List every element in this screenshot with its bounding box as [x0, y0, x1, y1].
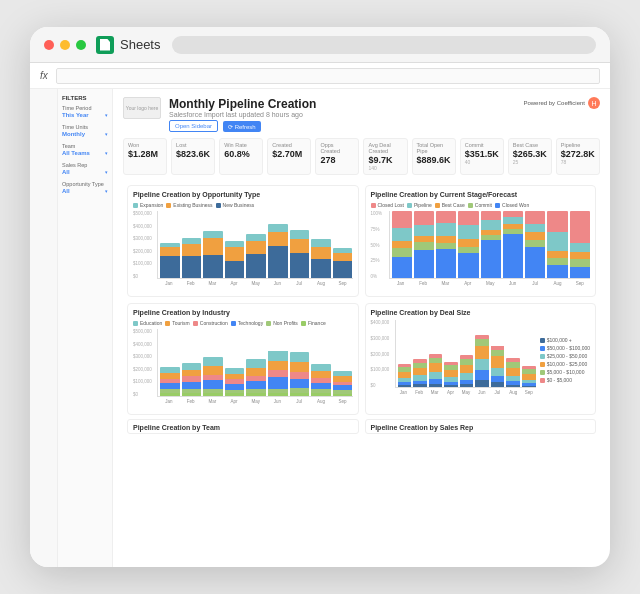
legend-5k-10k: $5,000 - $10,000	[540, 369, 590, 375]
legend-commit-chart-label: Commit	[475, 202, 492, 208]
dash-header: Your logo here Monthly Pipeline Creation…	[123, 97, 600, 132]
filter-dropdown-time-units[interactable]: Monthly ▾	[62, 131, 108, 137]
filter-label-sales-rep: Sales Rep	[62, 162, 108, 168]
legend-tourism-label: Tourism	[172, 320, 190, 326]
x-labels-opp: Jan Feb Mar Apr May Jun Jul Aug Sep	[157, 281, 353, 286]
ind-bar-aug	[311, 364, 331, 396]
stage-bar-mar	[436, 211, 456, 278]
legend-finance-label: Finance	[308, 320, 326, 326]
legend-50k-100k: $50,000 - $100,000	[540, 345, 590, 351]
metric-sub-pipeline: 78	[561, 159, 595, 165]
legend-25k-50k: $25,000 - $50,000	[540, 353, 590, 359]
filter-group-opp-type: Opportunity Type All ▾	[62, 181, 108, 194]
chart-stage-legend: Closed Lost Pipeline Best Case	[371, 202, 591, 208]
chart-deal-size-body: $400,000$300,000$200,000$100,000$0	[371, 320, 591, 400]
metric-label-total-open: Total Open Pipe	[417, 142, 451, 154]
stage-bar-jun	[503, 211, 523, 278]
maximize-button[interactable]	[76, 40, 86, 50]
refresh-button[interactable]: ⟳ Refresh	[223, 121, 261, 132]
metric-value-created: $2.70M	[272, 149, 306, 159]
dashboard-title: Monthly Pipeline Creation	[169, 97, 515, 111]
sheets-icon	[96, 36, 114, 54]
metric-value-opps: 278	[320, 155, 354, 165]
bar-jun	[268, 224, 288, 278]
dashboard-subtitle: Salesforce Import last updated 8 hours a…	[169, 111, 515, 118]
chart-opp-type-title: Pipeline Creation by Opportunity Type	[133, 191, 353, 198]
filter-dropdown-time-period[interactable]: This Year ▾	[62, 112, 108, 118]
legend-existing: Existing Business	[166, 202, 212, 208]
ind-bar-jun	[268, 350, 288, 396]
legend-education-label: Education	[140, 320, 162, 326]
metric-label-win-rate: Win Rate	[224, 142, 258, 148]
filter-dropdown-team[interactable]: All Teams ▾	[62, 150, 108, 156]
chevron-down-icon-3: ▾	[105, 150, 108, 156]
bar-jan	[160, 243, 180, 278]
bar-jul	[290, 230, 310, 278]
legend-0-5k: $0 - $5,000	[540, 377, 590, 383]
metric-value-win-rate: 60.8%	[224, 149, 258, 159]
metric-value-total-open: $889.6K	[417, 155, 451, 165]
dashboard: Your logo here Monthly Pipeline Creation…	[113, 89, 610, 567]
formula-bar[interactable]	[56, 68, 600, 84]
filter-group-sales-rep: Sales Rep All ▾	[62, 162, 108, 175]
deal-bar-sep	[522, 366, 536, 387]
powered-by: Powered by Coefficient H	[523, 97, 600, 109]
dash-actions: Open Sidebar ⟳ Refresh	[169, 120, 515, 132]
y-axis-stage: 100%75%50%25%0%	[371, 211, 383, 279]
deal-bar-apr	[444, 362, 458, 387]
ind-bar-jul	[290, 352, 310, 396]
legend-10k-label: $10,000 - $25,000	[547, 361, 588, 367]
deal-bar-mar	[429, 354, 443, 388]
traffic-lights	[44, 40, 86, 50]
filter-label-time-period: Time Period	[62, 105, 108, 111]
metric-sub-best-case: 25	[513, 159, 547, 165]
ind-bar-jan	[160, 367, 180, 396]
legend-0-label: $0 - $5,000	[547, 377, 572, 383]
metric-value-won: $1.28M	[128, 149, 162, 159]
filter-group-team: Team All Teams ▾	[62, 143, 108, 156]
legend-100k-label: $100,000 +	[547, 337, 572, 343]
bar-feb	[182, 238, 202, 278]
filter-label-opp-type: Opportunity Type	[62, 181, 108, 187]
filter-value-opp-type: All	[62, 188, 70, 194]
legend-tourism: Tourism	[165, 320, 190, 326]
stage-bar-feb	[414, 211, 434, 278]
metric-label-best-case: Best Case	[513, 142, 547, 148]
ind-bar-apr	[225, 368, 245, 396]
open-sidebar-button[interactable]: Open Sidebar	[169, 120, 218, 132]
legend-finance: Finance	[301, 320, 326, 326]
stage-bar-may	[481, 211, 501, 278]
metric-total-open: Total Open Pipe $889.6K	[412, 138, 456, 175]
legend-existing-label: Existing Business	[173, 202, 212, 208]
chart-industry-area: $500,000$400,000$300,000$200,000$100,000…	[133, 329, 353, 409]
filter-dropdown-opp-type[interactable]: All ▾	[62, 188, 108, 194]
powered-by-text: Powered by Coefficient	[523, 100, 585, 106]
minimize-button[interactable]	[60, 40, 70, 50]
bar-apr	[225, 241, 245, 278]
url-bar[interactable]	[172, 36, 596, 54]
metric-value-lost: $823.6K	[176, 149, 210, 159]
stage-bar-sep	[570, 211, 590, 278]
chevron-down-icon-5: ▾	[105, 188, 108, 194]
legend-nonprofits: Non Profits	[266, 320, 298, 326]
legend-pipeline-label: Pipeline	[414, 202, 432, 208]
close-button[interactable]	[44, 40, 54, 50]
bar-may	[246, 234, 266, 278]
metric-lost: Lost $823.6K	[171, 138, 215, 175]
metric-opps-created: Opps Created 278	[315, 138, 359, 175]
metric-value-pipeline: $272.8K	[561, 149, 595, 159]
legend-expansion-label: Expansion	[140, 202, 163, 208]
filter-label-team: Team	[62, 143, 108, 149]
metric-label-created: Created	[272, 142, 306, 148]
charts-grid: Pipeline Creation by Opportunity Type Ex…	[123, 181, 600, 419]
deal-bar-feb	[413, 359, 427, 387]
chart-team-title: Pipeline Creation by Team	[127, 419, 359, 434]
bottom-chart-labels: Pipeline Creation by Team Pipeline Creat…	[123, 419, 600, 438]
metric-sub-commit: 40	[465, 159, 499, 165]
metric-win-rate: Win Rate 60.8%	[219, 138, 263, 175]
logo-placeholder: Your logo here	[123, 97, 161, 119]
bar-chart-stage	[389, 211, 591, 279]
legend-closed-won: Closed Won	[495, 202, 529, 208]
filter-dropdown-sales-rep[interactable]: All ▾	[62, 169, 108, 175]
legend-25k-label: $25,000 - $50,000	[547, 353, 588, 359]
